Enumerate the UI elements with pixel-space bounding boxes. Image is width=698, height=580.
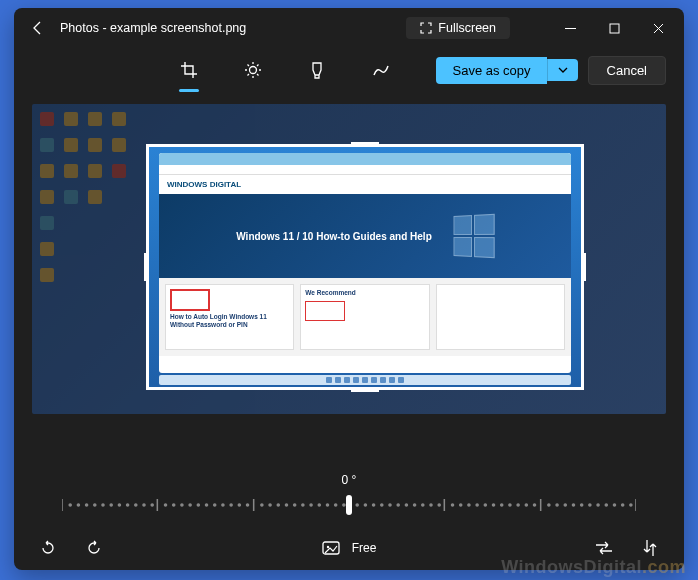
svg-point-3	[69, 504, 71, 506]
file-name: example screenshot.png	[110, 21, 246, 35]
aspect-ratio-button[interactable]: Free	[322, 532, 377, 564]
svg-point-6	[94, 504, 96, 506]
edit-toolbar: Save as copy Cancel	[14, 48, 684, 100]
svg-point-7	[102, 504, 104, 506]
fullscreen-button[interactable]: Fullscreen	[406, 17, 510, 39]
svg-point-40	[364, 504, 366, 506]
markup-tool[interactable]	[363, 52, 399, 88]
svg-point-59	[517, 504, 519, 506]
rotate-cw-icon	[85, 539, 103, 557]
rotation-slider[interactable]	[62, 495, 636, 515]
svg-point-9	[118, 504, 120, 506]
svg-point-25	[247, 504, 249, 506]
svg-point-29	[277, 504, 279, 506]
svg-point-54	[476, 504, 478, 506]
marker-icon	[309, 61, 325, 79]
fullscreen-icon	[420, 22, 432, 34]
svg-point-44	[397, 504, 399, 506]
svg-point-60	[525, 504, 527, 506]
crop-icon	[180, 61, 198, 79]
flip-h-icon	[595, 541, 613, 555]
app-window: Photos - example screenshot.png Fullscre…	[14, 8, 684, 570]
svg-point-61	[534, 504, 536, 506]
svg-point-68	[589, 504, 591, 506]
canvas-area: WINDOWS DIGITAL Windows 11 / 10 How-to G…	[14, 100, 684, 462]
svg-point-18	[189, 504, 191, 506]
maximize-button[interactable]	[592, 8, 636, 48]
titlebar: Photos - example screenshot.png Fullscre…	[14, 8, 684, 48]
svg-point-35	[326, 504, 328, 506]
svg-point-63	[548, 504, 550, 506]
aspect-icon	[322, 540, 340, 556]
svg-point-11	[135, 504, 137, 506]
svg-point-22	[222, 504, 224, 506]
aspect-label: Free	[352, 541, 377, 555]
svg-point-41	[373, 504, 375, 506]
svg-point-42	[381, 504, 383, 506]
flip-v-icon	[643, 539, 657, 557]
save-dropdown[interactable]	[547, 59, 578, 81]
svg-point-70	[605, 504, 607, 506]
app-name: Photos	[60, 21, 99, 35]
svg-point-39	[356, 504, 358, 506]
svg-point-46	[414, 504, 416, 506]
rotate-ccw-icon	[39, 539, 57, 557]
svg-point-43	[389, 504, 391, 506]
close-button[interactable]	[636, 8, 680, 48]
svg-point-12	[143, 504, 145, 506]
svg-point-20	[206, 504, 208, 506]
filter-tool[interactable]	[299, 52, 335, 88]
svg-point-69	[597, 504, 599, 506]
crop-selection[interactable]: WINDOWS DIGITAL Windows 11 / 10 How-to G…	[146, 144, 584, 390]
card1-title: How to Auto Login Windows 11 Without Pas…	[170, 313, 289, 329]
svg-point-33	[310, 504, 312, 506]
crop-handle-bottom[interactable]	[351, 387, 379, 392]
minimize-button[interactable]	[548, 8, 592, 48]
hero-text: Windows 11 / 10 How-to Guides and Help	[236, 231, 432, 242]
svg-point-52	[460, 504, 462, 506]
svg-point-76	[326, 546, 328, 548]
chevron-down-icon	[558, 65, 568, 75]
window-title: Photos - example screenshot.png	[58, 21, 246, 35]
save-as-copy-button[interactable]: Save as copy	[436, 57, 546, 84]
rotate-ccw-button[interactable]	[32, 532, 64, 564]
svg-point-51	[452, 504, 454, 506]
fullscreen-label: Fullscreen	[438, 21, 496, 35]
svg-point-72	[622, 504, 624, 506]
crop-handle-right[interactable]	[581, 253, 586, 281]
svg-point-23	[230, 504, 232, 506]
svg-point-48	[430, 504, 432, 506]
svg-point-65	[564, 504, 566, 506]
svg-point-57	[501, 504, 503, 506]
site-logo: WINDOWS DIGITAL	[159, 175, 571, 194]
svg-point-5	[86, 504, 88, 506]
svg-rect-0	[610, 24, 619, 33]
svg-point-10	[127, 504, 129, 506]
svg-point-28	[269, 504, 271, 506]
rotate-cw-button[interactable]	[78, 532, 110, 564]
watermark: WindowsDigital.com	[501, 557, 686, 578]
svg-point-17	[181, 504, 183, 506]
svg-point-58	[509, 504, 511, 506]
crop-preview: WINDOWS DIGITAL Windows 11 / 10 How-to G…	[149, 147, 581, 387]
svg-point-47	[422, 504, 424, 506]
crop-tool[interactable]	[171, 52, 207, 88]
svg-point-67	[581, 504, 583, 506]
svg-point-36	[335, 504, 337, 506]
svg-point-71	[613, 504, 615, 506]
svg-point-66	[572, 504, 574, 506]
svg-point-27	[261, 504, 263, 506]
svg-point-56	[493, 504, 495, 506]
svg-point-13	[151, 504, 153, 506]
svg-point-53	[468, 504, 470, 506]
svg-point-32	[302, 504, 304, 506]
back-button[interactable]	[18, 8, 58, 48]
svg-point-16	[173, 504, 175, 506]
rotation-thumb[interactable]	[346, 495, 352, 515]
adjust-tool[interactable]	[235, 52, 271, 88]
cancel-button[interactable]: Cancel	[588, 56, 666, 85]
svg-point-45	[405, 504, 407, 506]
svg-point-73	[630, 504, 632, 506]
svg-point-30	[285, 504, 287, 506]
rotation-value: 0 °	[342, 473, 357, 487]
